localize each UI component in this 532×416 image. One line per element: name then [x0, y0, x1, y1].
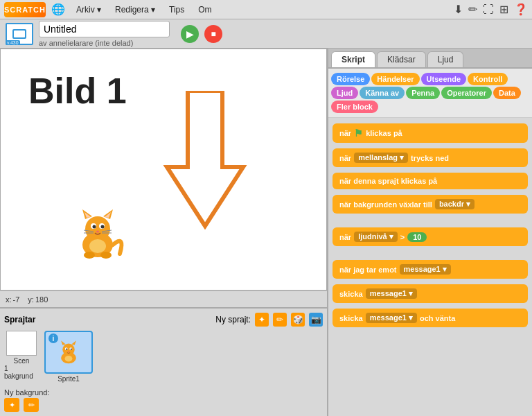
bg-paint-button[interactable]: ✦ [4, 398, 19, 412]
y-coord-label: y: [28, 295, 34, 304]
project-thumbnail: v.430 [6, 23, 33, 45]
bg-dropdown[interactable]: backdr ▾ [435, 199, 475, 209]
sprite-panel-title: Sprajtar [4, 315, 35, 324]
key-dropdown[interactable]: mellanslag ▾ [354, 153, 408, 163]
svg-point-12 [101, 225, 105, 229]
svg-point-13 [96, 231, 99, 233]
msg-receive-dropdown[interactable]: message1 ▾ [400, 264, 451, 275]
menu-tips[interactable]: Tips [163, 3, 190, 16]
bg-edit-button[interactable]: ✏ [24, 398, 39, 412]
tab-ljud[interactable]: Ljud [427, 51, 464, 67]
new-sprite-surprise-button[interactable]: 🎲 [291, 313, 305, 327]
menu-arkiv[interactable]: Arkiv ▾ [71, 3, 107, 16]
edit-icon[interactable]: ✏ [468, 3, 477, 16]
right-panel: Skript Klädsar Ljud Rörelse Händelser Ut… [327, 49, 532, 416]
new-bg-label: Ny bakgrund: [4, 388, 49, 397]
block-categories: Rörelse Händelser Utseende Kontroll Ljud… [328, 69, 532, 118]
blocks-area: när ⚑ klickas på när mellanslag ▾ trycks… [328, 118, 532, 416]
cat-kannav-button[interactable]: Känna av [360, 87, 405, 99]
svg-marker-5 [82, 209, 92, 219]
main-area: Bild 1 [0, 49, 532, 416]
cat-ljud-button[interactable]: Ljud [331, 87, 358, 99]
y-coord-value: 180 [35, 295, 48, 304]
block-nar-label: när [339, 154, 351, 162]
msg-broadcast-wait-dropdown[interactable]: message1 ▾ [366, 313, 417, 323]
block-receive-text: när jag tar emot [339, 266, 397, 274]
block-sound-level[interactable]: när ljudnivå ▾ > 10 [332, 227, 528, 246]
top-menu-bar: SCRATCH 🌐 Arkiv ▾ Redigera ▾ Tips Om ⬇ ✏… [0, 0, 532, 19]
svg-point-28 [71, 349, 72, 350]
menu-redigera[interactable]: Redigera ▾ [109, 3, 161, 16]
new-sprite-camera-button[interactable]: 📷 [309, 313, 323, 327]
block-text-klickas-pa: klickas på [366, 129, 402, 137]
block-gt: > [400, 233, 405, 241]
cat-utseende-button[interactable]: Utseende [421, 73, 467, 85]
coord-bar: x: -7 y: 180 [0, 291, 327, 307]
new-sprite-icons: ✦ ✏ 🎲 📷 [255, 313, 323, 327]
stage[interactable]: Bild 1 [0, 49, 327, 291]
svg-point-29 [68, 351, 69, 352]
stop-button[interactable]: ■ [204, 25, 222, 43]
green-flag-button[interactable]: ▶ [181, 25, 199, 43]
block-bg-change-text: när bakgrunden växlar till [339, 200, 432, 209]
cat-handelser-button[interactable]: Händelser [371, 73, 419, 85]
svg-marker-24 [71, 340, 76, 345]
stage-title: Bild 1 [28, 70, 127, 112]
block-broadcast-wait[interactable]: skicka message1 ▾ och vänta [332, 309, 528, 327]
scene-thumbnail[interactable]: Scen 1 bakgrund [4, 331, 39, 380]
block-green-flag[interactable]: när ⚑ klickas på [332, 123, 528, 143]
block-broadcast[interactable]: skicka message1 ▾ [332, 284, 528, 303]
sprite1-label: Sprite1 [57, 375, 80, 383]
block-broadcast-wait-text1: skicka [339, 314, 363, 322]
block-sprite-click[interactable]: när denna sprajt klickas på [332, 173, 528, 189]
sprite-info-icon[interactable]: i [48, 333, 58, 343]
cat-rorelse-button[interactable]: Rörelse [331, 73, 370, 85]
block-broadcast-wait-text2: och vänta [420, 314, 455, 322]
fullscreen-icon[interactable]: ⛶ [483, 3, 494, 16]
cat-penna-button[interactable]: Penna [406, 87, 440, 99]
msg-broadcast-dropdown[interactable]: message1 ▾ [366, 288, 417, 299]
x-coord-value: -7 [13, 295, 20, 304]
svg-point-19 [100, 252, 112, 259]
tab-skript[interactable]: Skript [331, 51, 375, 67]
flag-icon: ⚑ [354, 128, 363, 139]
svg-point-20 [89, 239, 106, 253]
svg-point-27 [66, 349, 67, 350]
left-panel: Bild 1 [0, 49, 327, 416]
new-sprite-edit-button[interactable]: ✏ [273, 313, 287, 327]
cat-sprite [70, 207, 125, 262]
sprite-panel-header: Sprajtar Ny sprajt: ✦ ✏ 🎲 📷 [4, 313, 323, 327]
block-bg-change[interactable]: när bakgrunden växlar till backdr ▾ [332, 195, 528, 214]
bg-icons: ✦ ✏ [4, 398, 323, 412]
tab-kladsar[interactable]: Klädsar [377, 51, 426, 67]
bg-section: Ny bakgrund: ✦ ✏ [4, 388, 323, 412]
cat-kontroll-button[interactable]: Kontroll [468, 73, 508, 85]
scene-bg-count: 1 bakgrund [4, 365, 39, 380]
help-icon[interactable]: ❓ [514, 3, 528, 16]
svg-marker-2 [167, 91, 243, 226]
arrow-graphic [160, 91, 250, 232]
block-key-press[interactable]: när mellanslag ▾ trycks ned [332, 148, 528, 167]
cat-flerblock-button[interactable]: Fler block [331, 101, 378, 113]
svg-point-18 [84, 252, 95, 259]
top-icons: ⬇ ✏ ⛶ ⊞ ❓ [454, 3, 528, 16]
expand-icon[interactable]: ⊞ [499, 3, 508, 16]
menu-om[interactable]: Om [193, 3, 217, 16]
block-nar-label2: när [339, 233, 351, 241]
cat-data-button[interactable]: Data [493, 87, 521, 99]
download-icon[interactable]: ⬇ [454, 3, 463, 16]
tabs: Skript Klädsar Ljud [328, 49, 532, 69]
new-sprite-paint-button[interactable]: ✦ [255, 313, 269, 327]
sound-dropdown[interactable]: ljudnivå ▾ [354, 232, 398, 242]
globe-icon[interactable]: 🌐 [51, 3, 65, 16]
sprite1-thumbnail[interactable]: i [44, 331, 93, 374]
author-label: av annelielarare (inte delad) [39, 39, 170, 47]
sound-value[interactable]: 10 [407, 232, 427, 242]
svg-point-30 [65, 356, 73, 362]
cat-operatorer-button[interactable]: Operatorer [441, 87, 492, 99]
project-title-input[interactable] [39, 21, 170, 37]
x-coord-label: x: [6, 295, 12, 304]
new-sprite-label: Ny sprajt: [215, 315, 251, 324]
block-receive-msg[interactable]: när jag tar emot message1 ▾ [332, 260, 528, 279]
scratch-logo: SCRATCH [4, 2, 46, 17]
